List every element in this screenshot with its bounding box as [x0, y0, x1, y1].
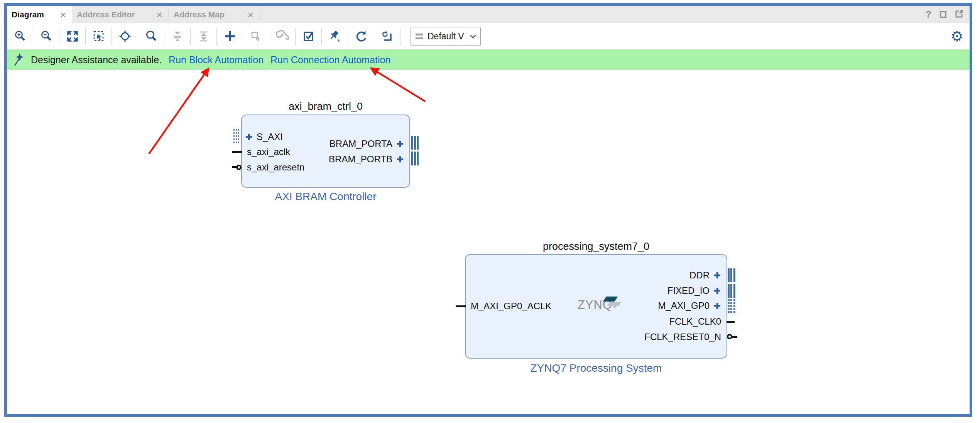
- port-label: BRAM_PORTB: [329, 154, 392, 165]
- diagram-window-frame: Diagram × Address Editor × Address Map ×…: [4, 3, 972, 417]
- port-row-bram-portb: BRAM_PORTB: [329, 153, 404, 165]
- expand-port-bram-porta-icon[interactable]: [396, 140, 404, 148]
- diagram-canvas[interactable]: axi_bram_ctrl_0 S_AXI s_axi_aclk s_axi_a…: [7, 70, 970, 414]
- port-row-s-axi: S_AXI: [245, 131, 283, 143]
- run-block-automation-link[interactable]: Run Block Automation: [169, 54, 264, 66]
- port-label: M_AXI_GP0_ACLK: [471, 301, 551, 312]
- expand-port-bram-portb-icon[interactable]: [396, 155, 404, 163]
- tab-address-editor-label: Address Editor: [77, 10, 135, 19]
- tab-address-map-close-icon[interactable]: ×: [247, 10, 254, 19]
- run-connection-automation-link[interactable]: Run Connection Automation: [270, 54, 390, 66]
- port-label: M_AXI_GP0: [658, 300, 710, 311]
- zoom-in-button[interactable]: [7, 25, 33, 47]
- pin-fclk-reset0-n-stub[interactable]: [732, 336, 737, 338]
- validate-design-button[interactable]: [296, 25, 321, 47]
- tab-bar: Diagram × Address Editor × Address Map ×…: [7, 6, 970, 23]
- port-label: BRAM_PORTA: [329, 138, 392, 149]
- port-label: s_axi_aclk: [247, 147, 290, 157]
- chevron-down-icon: [470, 34, 476, 39]
- block-axi-bram-ctrl[interactable]: S_AXI s_axi_aclk s_axi_aresetn BRAM_PORT…: [241, 115, 410, 188]
- expand-port-ddr-icon[interactable]: [713, 271, 721, 279]
- pin-m-axi-gp0-unconnected-interface-icon[interactable]: [728, 299, 735, 313]
- port-row-m-axi-gp0: M_AXI_GP0: [658, 300, 721, 312]
- port-label: s_axi_aresetn: [247, 162, 304, 173]
- pin-button[interactable]: [322, 25, 348, 47]
- search-button[interactable]: [138, 25, 164, 47]
- port-label: FIXED_IO: [667, 285, 710, 296]
- block-title-axi-bram-ctrl: axi_bram_ctrl_0: [241, 101, 410, 113]
- tab-separator: [260, 8, 260, 21]
- help-icon[interactable]: ?: [926, 9, 931, 20]
- autofit-selection-button[interactable]: [112, 25, 138, 47]
- pin-s-axi-aresetn-inverter-icon[interactable]: [236, 165, 242, 170]
- zynq-logo: ZYNQ™: [578, 298, 628, 316]
- tab-address-editor-close-icon[interactable]: ×: [156, 10, 163, 19]
- zoom-to-selection-button[interactable]: [86, 25, 112, 47]
- zynq-logo-swoosh-light: [607, 302, 621, 306]
- settings-button[interactable]: ⚙: [951, 23, 963, 50]
- pin-bram-porta-interface-icon[interactable]: [411, 136, 419, 150]
- pin-fclk-reset0-n-inverter-icon[interactable]: [727, 334, 732, 339]
- make-external-button[interactable]: [243, 25, 269, 47]
- maximize-icon[interactable]: [940, 11, 946, 18]
- pin-fixed-io-interface-icon[interactable]: [728, 284, 735, 298]
- designer-assistance-banner: Designer Assistance available. Run Block…: [7, 50, 970, 70]
- tab-address-editor[interactable]: Address Editor ×: [72, 6, 169, 23]
- block-title-processing-system7: processing_system7_0: [465, 241, 727, 253]
- tab-address-map[interactable]: Address Map ×: [169, 6, 260, 23]
- diagram-toolbar: Default V: [7, 23, 970, 50]
- view-selector-dropdown[interactable]: Default V: [411, 27, 481, 46]
- port-label: FCLK_RESET0_N: [644, 332, 721, 342]
- expand-port-m-axi-gp0-icon[interactable]: [713, 302, 721, 310]
- regenerate-layout-button[interactable]: [348, 25, 374, 47]
- designer-assistance-pin-icon: [13, 52, 24, 67]
- port-row-m-axi-gp0-aclk: M_AXI_GP0_ACLK: [471, 300, 551, 312]
- port-row-fclk-reset0-n: FCLK_RESET0_N: [644, 331, 721, 343]
- port-label: DDR: [689, 270, 710, 281]
- pin-ddr-interface-icon[interactable]: [728, 268, 735, 282]
- view-selector-value: Default V: [427, 31, 465, 42]
- port-label: S_AXI: [257, 131, 283, 142]
- assistance-message: Designer Assistance available.: [31, 54, 162, 66]
- pin-m-axi-gp0-aclk-stub[interactable]: [456, 305, 466, 307]
- zynq-logo-swoosh-dark: [603, 297, 618, 302]
- float-window-icon[interactable]: [955, 10, 963, 20]
- port-row-bram-porta: BRAM_PORTA: [329, 138, 404, 150]
- add-ip-button[interactable]: [217, 25, 243, 47]
- port-row-s-axi-aclk: s_axi_aclk: [247, 146, 290, 158]
- expand-port-s-axi-icon[interactable]: [245, 133, 253, 141]
- gear-icon: ⚙: [951, 29, 963, 44]
- zoom-fit-button[interactable]: [59, 25, 85, 47]
- port-row-s-axi-aresetn: s_axi_aresetn: [247, 162, 304, 173]
- port-label: FCLK_CLK0: [669, 316, 721, 327]
- block-processing-system7[interactable]: M_AXI_GP0_ACLK ZYNQ™ DDR FIXED_IO: [465, 254, 727, 359]
- tab-diagram-label: Diagram: [12, 10, 44, 19]
- block-caption-processing-system7: ZYNQ7 Processing System: [465, 362, 727, 374]
- vivado-diagram-window: { "tabs": [ {"label": "Diagram", "active…: [0, 0, 980, 423]
- pin-s-axi-aclk-stub[interactable]: [232, 151, 242, 153]
- optimize-routing-button[interactable]: [374, 25, 400, 47]
- zoom-out-button[interactable]: [33, 25, 59, 47]
- tab-address-map-label: Address Map: [174, 10, 225, 19]
- port-row-fixed-io: FIXED_IO: [667, 285, 721, 297]
- port-row-ddr: DDR: [689, 270, 721, 281]
- pin-bram-portb-interface-icon[interactable]: [411, 152, 419, 165]
- customize-block-button[interactable]: [269, 25, 295, 47]
- block-caption-axi-bram-ctrl: AXI BRAM Controller: [241, 190, 410, 203]
- window-controls: ?: [926, 6, 963, 23]
- pin-s-axi-unconnected-interface-icon[interactable]: [233, 129, 239, 145]
- tab-diagram[interactable]: Diagram ×: [7, 6, 72, 23]
- pin-fclk-clk0-stub[interactable]: [727, 321, 735, 323]
- view-options-icon: [416, 34, 423, 39]
- expand-port-fixed-io-icon[interactable]: [713, 287, 721, 295]
- collapse-hierarchy-button[interactable]: [164, 25, 190, 47]
- expand-hierarchy-button[interactable]: [191, 25, 216, 47]
- port-row-fclk-clk0: FCLK_CLK0: [669, 316, 721, 327]
- tab-diagram-close-icon[interactable]: ×: [59, 10, 67, 19]
